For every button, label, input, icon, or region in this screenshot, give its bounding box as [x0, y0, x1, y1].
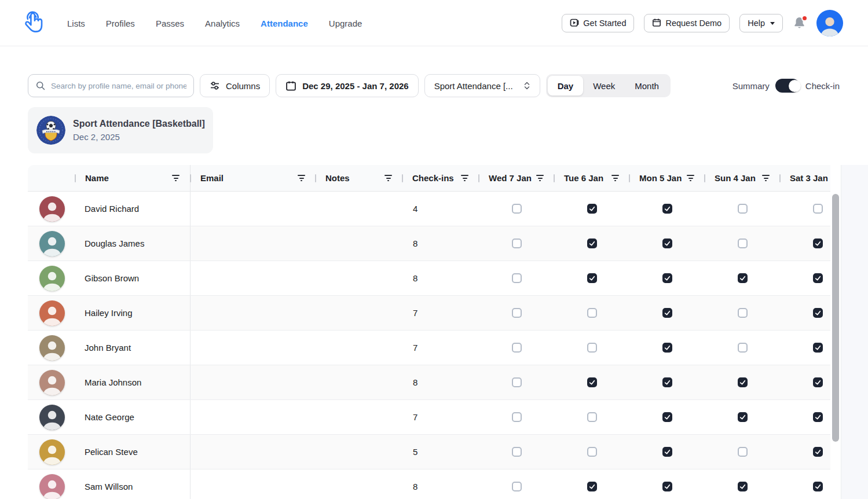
filter-icon[interactable] [295, 173, 307, 184]
search-input[interactable] [51, 82, 186, 90]
attendance-checkbox[interactable] [813, 204, 823, 214]
email-cell[interactable] [190, 435, 316, 469]
name-cell[interactable]: David Richard [75, 192, 190, 226]
column-resize-handle[interactable] [478, 174, 479, 182]
attendance-checkbox[interactable] [738, 412, 748, 422]
profile-avatar[interactable] [39, 266, 65, 291]
app-logo-tap-icon[interactable] [17, 8, 47, 38]
attendance-checkbox[interactable] [512, 343, 522, 353]
attendance-checkbox[interactable] [512, 308, 522, 318]
email-cell[interactable] [190, 331, 316, 365]
nav-item-analytics[interactable]: Analytics [205, 19, 240, 28]
attendance-checkbox[interactable] [738, 447, 748, 457]
attendance-checkbox[interactable] [587, 482, 597, 491]
filter-icon[interactable] [382, 173, 394, 184]
request-demo-button[interactable]: Request Demo [644, 14, 730, 32]
get-started-button[interactable]: Get Started [562, 14, 634, 32]
name-cell[interactable]: Douglas James [75, 226, 190, 260]
attendance-checkbox[interactable] [813, 343, 823, 353]
filter-icon[interactable] [459, 173, 471, 184]
profile-search[interactable] [28, 74, 194, 97]
filter-icon[interactable] [684, 173, 697, 184]
filter-icon[interactable] [170, 173, 182, 184]
attendance-checkbox[interactable] [662, 447, 672, 457]
notes-cell[interactable] [316, 400, 402, 434]
attendance-checkbox[interactable] [512, 377, 522, 387]
attendance-checkbox[interactable] [662, 308, 672, 318]
attendance-checkbox[interactable] [813, 482, 823, 491]
event-select[interactable]: Sport Attendance [... [424, 74, 540, 97]
column-resize-handle[interactable] [554, 174, 555, 182]
column-resize-handle[interactable] [315, 174, 316, 182]
attendance-checkbox[interactable] [587, 239, 597, 248]
attendance-checkbox[interactable] [512, 204, 522, 214]
column-resize-handle[interactable] [75, 174, 76, 182]
attendance-checkbox[interactable] [813, 412, 823, 422]
name-cell[interactable]: John Bryant [75, 331, 190, 365]
email-cell[interactable] [190, 365, 316, 399]
attendance-checkbox[interactable] [662, 343, 672, 353]
name-cell[interactable]: Hailey Irving [75, 296, 190, 330]
name-cell[interactable]: Maria Johnson [75, 365, 190, 399]
attendance-checkbox[interactable] [587, 343, 597, 353]
filter-icon[interactable] [760, 173, 772, 184]
column-resize-handle[interactable] [629, 174, 630, 182]
profile-avatar[interactable] [39, 196, 65, 222]
attendance-checkbox[interactable] [662, 412, 672, 422]
attendance-checkbox[interactable] [587, 308, 597, 318]
attendance-checkbox[interactable] [662, 239, 672, 248]
attendance-checkbox[interactable] [512, 447, 522, 457]
attendance-checkbox[interactable] [587, 204, 597, 214]
attendance-checkbox[interactable] [662, 204, 672, 214]
view-mode-month[interactable]: Month [625, 76, 669, 96]
column-resize-handle[interactable] [190, 174, 191, 182]
profile-avatar[interactable] [39, 405, 65, 430]
notes-cell[interactable] [316, 435, 402, 469]
notes-cell[interactable] [316, 226, 402, 260]
email-cell[interactable] [190, 296, 316, 330]
filter-icon[interactable] [534, 173, 546, 184]
attendance-checkbox[interactable] [512, 482, 522, 491]
event-card[interactable]: Sport Attendance [Basketball] Dec 2, 202… [28, 107, 213, 153]
attendance-checkbox[interactable] [813, 273, 823, 283]
attendance-checkbox[interactable] [813, 377, 823, 387]
attendance-checkbox[interactable] [587, 273, 597, 283]
notes-cell[interactable] [316, 331, 402, 365]
profile-avatar[interactable] [39, 335, 65, 361]
attendance-checkbox[interactable] [738, 343, 748, 353]
user-avatar[interactable] [816, 10, 843, 36]
attendance-checkbox[interactable] [738, 482, 748, 491]
filter-icon[interactable] [609, 173, 621, 184]
attendance-checkbox[interactable] [512, 239, 522, 248]
name-cell[interactable]: Gibson Brown [75, 261, 190, 295]
email-cell[interactable] [190, 226, 316, 260]
profile-avatar[interactable] [39, 370, 65, 395]
nav-item-lists[interactable]: Lists [67, 19, 85, 28]
date-range-picker[interactable]: Dec 29, 2025 - Jan 7, 2026 [276, 74, 418, 97]
attendance-checkbox[interactable] [512, 273, 522, 283]
nav-item-attendance[interactable]: Attendance [261, 19, 308, 28]
nav-item-profiles[interactable]: Profiles [106, 19, 135, 28]
profile-avatar[interactable] [39, 231, 65, 256]
attendance-checkbox[interactable] [662, 377, 672, 387]
column-resize-handle[interactable] [402, 174, 403, 182]
help-dropdown-button[interactable]: Help [739, 14, 783, 32]
attendance-checkbox[interactable] [813, 308, 823, 318]
attendance-checkbox[interactable] [587, 447, 597, 457]
notifications-button[interactable] [793, 16, 807, 31]
profile-avatar[interactable] [39, 474, 65, 499]
notes-cell[interactable] [316, 261, 402, 295]
attendance-checkbox[interactable] [512, 412, 522, 422]
attendance-checkbox[interactable] [738, 308, 748, 318]
attendance-checkbox[interactable] [587, 412, 597, 422]
email-cell[interactable] [190, 400, 316, 434]
name-cell[interactable]: Pelican Steve [75, 435, 190, 469]
attendance-checkbox[interactable] [662, 482, 672, 491]
profile-avatar[interactable] [39, 300, 65, 326]
attendance-checkbox[interactable] [662, 273, 672, 283]
view-mode-week[interactable]: Week [583, 76, 625, 96]
nav-item-upgrade[interactable]: Upgrade [329, 19, 362, 28]
email-cell[interactable] [190, 192, 316, 226]
attendance-checkbox[interactable] [738, 204, 748, 214]
email-cell[interactable] [190, 261, 316, 295]
